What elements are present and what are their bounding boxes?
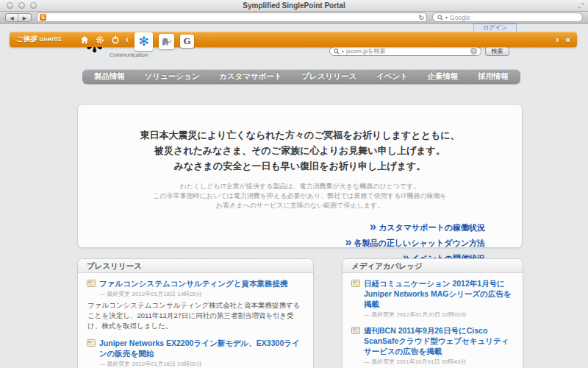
notice-body-line: わたくしどもIT企業が提供する製品は、電力消費量が大きな機器のひとつです。: [78, 182, 522, 191]
notice-body-line: お客さまへのサービスに支障のない範囲で停止します。: [78, 201, 522, 210]
nav-item-recruit[interactable]: 採用情報: [478, 71, 509, 82]
nav-item-events[interactable]: イベント: [376, 71, 408, 82]
notice-headline-line: 被災されたみなさま、そのご家族に心よりお見舞い申し上げます。: [78, 143, 522, 158]
site-favicon: S: [40, 14, 46, 21]
search-button[interactable]: 検索: [485, 46, 509, 56]
press-panel-title: プレスリリース: [78, 259, 313, 273]
user-greeting: ご挨拶 user01: [16, 35, 62, 44]
notice-panel: 東日本大震災により亡くなられた方々のご冥福をお祈りしますとともに、 被災されたみ…: [77, 104, 523, 248]
elephant-icon: [161, 36, 172, 47]
press-item-body: ファルコンシステムコンサルティング株式会社と資本業務提携することを決定し、201…: [87, 300, 304, 331]
settings-gear-icon[interactable]: [95, 35, 104, 44]
link-support-status[interactable]: カスタマサポートの稼働状況: [379, 223, 485, 232]
press-item-modified: — 最終変更 2012年01月16日 10時02分: [99, 360, 304, 368]
window-controls: [7, 2, 37, 9]
back-button[interactable]: ◀: [6, 14, 18, 21]
nav-item-products[interactable]: 製品情報: [94, 71, 125, 82]
back-forward-buttons: ◀ ▶: [5, 13, 32, 22]
press-release-panel: プレスリリース ファルコンシステムコンサルティングと資本業務提携 — 最終変更 …: [77, 258, 314, 368]
link-shutdown-guide[interactable]: 各製品の正しいシャットダウン方法: [354, 238, 485, 247]
notice-body-line: この非常事態時においては電力消費を抑える必要があり、弊社では業務で使用するIT機…: [78, 191, 522, 201]
nav-item-customer-support[interactable]: カスタマサポート: [219, 71, 282, 82]
media-item: 週刊BCN 2011年9月26日号にCisco ScanSafeクラウド型ウェブ…: [351, 325, 514, 366]
media-item-link[interactable]: 日経コミュニケーション 2012年1月号にJuniper Networks MA…: [364, 278, 514, 309]
google-search-placeholder: Google: [450, 14, 470, 21]
nav-item-solutions[interactable]: ソリューション: [145, 71, 200, 82]
browser-window: Symplified SinglePoint Portal ◀ ▶ S ↻ ▾ …: [0, 0, 588, 368]
media-item: 日経コミュニケーション 2012年1月号にJuniper Networks MA…: [351, 278, 514, 319]
notice-headline: 東日本大震災により亡くなられた方々のご冥福をお祈りしますとともに、 被災されたみ…: [78, 127, 522, 174]
news-doc-icon: [87, 339, 96, 347]
link-arrow-icon: »: [345, 236, 352, 248]
minimize-window-button[interactable]: [18, 2, 25, 9]
media-item-modified: — 最終変更 2011年10月01日 00時43分: [364, 358, 514, 366]
reload-icon[interactable]: ↻: [418, 14, 424, 21]
site-search-input[interactable]: ▾ jscom.jpを検索 ✕: [329, 46, 481, 56]
app-icon-google[interactable]: G: [180, 35, 194, 48]
collapse-right-chevron-icon[interactable]: ›: [556, 35, 559, 45]
media-item-modified: — 最終変更 2012年01月20日 02時02分: [364, 311, 514, 319]
search-icon: [437, 15, 443, 21]
nav-item-press-release[interactable]: プレスリリース: [301, 71, 356, 82]
search-icon: [334, 49, 340, 54]
nav-item-company[interactable]: 企業情報: [427, 71, 458, 82]
notice-headline-line: みなさまの安全と一日も早い復旧をお祈り申し上げます。: [78, 158, 522, 174]
search-options-caret-icon[interactable]: ▾: [445, 15, 448, 20]
media-coverage-panel: メディアカバレッジ 日経コミュニケーション 2012年1月号にJuniper N…: [342, 258, 523, 368]
page-viewport: ログイン ✻ Communication ご挨拶 user01: [0, 24, 588, 368]
collapse-left-chevron-icon[interactable]: ‹: [126, 35, 129, 45]
forward-button[interactable]: ▶: [18, 14, 31, 21]
search-options-caret-icon[interactable]: ▾: [342, 49, 344, 54]
browser-toolbar: ◀ ▶ S ↻ ▾ Google: [0, 12, 588, 24]
main-navigation: 製品情報 ソリューション カスタマサポート プレスリリース イベント 企業情報 …: [82, 69, 520, 84]
media-panel-title: メディアカバレッジ: [343, 259, 523, 273]
address-bar[interactable]: S ↻: [37, 13, 427, 22]
press-item-link[interactable]: Juniper Networks EX2200ライン新モデル、EX3300ライン…: [99, 338, 304, 358]
clear-search-icon[interactable]: ✕: [470, 48, 477, 54]
news-doc-icon: [351, 327, 360, 334]
news-doc-icon: [351, 280, 360, 287]
google-search-field[interactable]: ▾ Google: [432, 13, 583, 22]
collapse-all-chevron-icon[interactable]: «: [565, 35, 570, 45]
titlebar: Symplified SinglePoint Portal: [0, 0, 588, 12]
fullscreen-icon[interactable]: [578, 2, 584, 9]
notice-headline-line: 東日本大震災により亡くなられた方々のご冥福をお祈りしますとともに、: [78, 127, 522, 143]
logo-text: Communication: [110, 52, 148, 58]
press-item-modified: — 最終変更 2012年01月18日 14時20分: [99, 290, 304, 298]
zoom-window-button[interactable]: [30, 2, 37, 9]
notice-body: わたくしどもIT企業が提供する製品は、電力消費量が大きな機器のひとつです。 この…: [78, 182, 522, 210]
press-item: Juniper Networks EX2200ライン新モデル、EX3300ライン…: [87, 338, 304, 368]
app-icon-portal[interactable]: ✻: [135, 32, 153, 51]
media-item-link[interactable]: 週刊BCN 2011年9月26日号にCisco ScanSafeクラウド型ウェブ…: [364, 325, 514, 356]
site-search-placeholder: jscom.jpを検索: [346, 47, 468, 55]
close-window-button[interactable]: [7, 2, 13, 9]
window-title: Symplified SinglePoint Portal: [0, 0, 588, 11]
home-icon[interactable]: [79, 35, 89, 44]
portal-toolbar: ご挨拶 user01 ‹ ✻: [10, 32, 577, 47]
logout-power-icon[interactable]: [110, 35, 120, 44]
login-link[interactable]: ログイン: [473, 24, 517, 32]
news-doc-icon: [87, 280, 96, 287]
app-icon-evernote[interactable]: [159, 34, 174, 49]
press-item-link[interactable]: ファルコンシステムコンサルティングと資本業務提携: [99, 278, 287, 289]
link-arrow-icon: »: [370, 220, 376, 233]
press-item: ファルコンシステムコンサルティングと資本業務提携 — 最終変更 2012年01月…: [87, 278, 304, 331]
